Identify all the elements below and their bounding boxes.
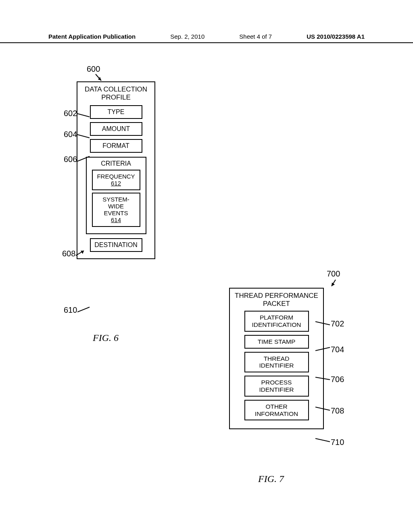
fig7-process-l1: PROCESS: [261, 379, 292, 386]
fig6-amount-label: AMOUNT: [102, 125, 130, 132]
svg-line-14: [315, 438, 330, 442]
fig6-destination-box: DESTINATION: [90, 238, 142, 252]
svg-line-4: [77, 156, 90, 161]
fig7-process-box: PROCESS IDENTIFIER: [244, 376, 309, 397]
fig6-format-label: FORMAT: [102, 142, 129, 149]
fig6-destination-label: DESTINATION: [94, 241, 137, 248]
fig6-frequency-label: FREQUENCY: [97, 173, 135, 180]
ref-702: 702: [331, 319, 344, 328]
fig6-caption: FIG. 6: [93, 332, 119, 343]
ref-704: 704: [331, 345, 344, 354]
ref-706: 706: [331, 375, 344, 384]
fig6-events-ref: 614: [111, 216, 121, 223]
ref-600: 600: [87, 64, 100, 74]
header-pub-number: US 2010/0223598 A1: [307, 33, 365, 40]
fig6-events-l3: EVENTS: [104, 210, 128, 216]
ref-606: 606: [64, 155, 77, 164]
fig6-events-box: SYSTEM- WIDE EVENTS 614: [92, 193, 140, 227]
fig6-amount-box: AMOUNT: [90, 122, 142, 136]
ref-608: 608: [62, 249, 75, 258]
fig7-platform-box: PLATFORM IDENTIFICATION: [244, 311, 309, 332]
ref-610: 610: [64, 305, 77, 315]
fig7-other-l2: INFORMATION: [255, 410, 298, 417]
lead-arrow-icon: [76, 249, 86, 257]
ref-710: 710: [331, 438, 344, 447]
lead-line-icon: [315, 346, 331, 352]
lead-line-icon: [315, 437, 331, 443]
lead-line-icon: [77, 156, 91, 162]
fig7-title: THREAD PERFORMANCE PACKET: [235, 292, 318, 308]
ref-708: 708: [331, 406, 344, 416]
lead-line-icon: [77, 133, 91, 139]
fig7-caption: FIG. 7: [258, 474, 284, 484]
lead-line-icon: [77, 112, 91, 118]
fig6-type-label: TYPE: [108, 108, 125, 115]
header-date: Sep. 2, 2010: [170, 33, 204, 40]
fig7-platform-l1: PLATFORM: [260, 314, 293, 321]
fig7-platform-l2: IDENTIFICATION: [252, 321, 301, 328]
ref-602: 602: [64, 109, 77, 118]
lead-line-icon: [315, 405, 331, 412]
fig7-timestamp-box: TIME STAMP: [244, 335, 309, 349]
svg-line-3: [77, 135, 90, 138]
fig7-thread-l2: IDENTIFIER: [259, 362, 294, 369]
fig7-title-line1: THREAD PERFORMANCE: [235, 292, 318, 299]
fig7-process-l2: IDENTIFIER: [259, 386, 294, 393]
svg-line-2: [77, 114, 90, 117]
lead-line-icon: [315, 376, 331, 382]
fig6-frequency-box: FREQUENCY 612: [92, 170, 140, 190]
ref-700: 700: [327, 269, 340, 278]
header-publication: Patent Application Publication: [48, 33, 136, 40]
fig6-frequency-ref: 612: [111, 180, 121, 187]
fig7-thread-box: THREAD IDENTIFIER: [244, 352, 309, 373]
fig6-events-l1: SYSTEM-: [102, 196, 129, 203]
ref-604: 604: [64, 130, 77, 139]
fig6-title-line2: PROFILE: [101, 94, 131, 101]
fig6-criteria-title: CRITERIA: [89, 160, 143, 167]
fig6-type-box: TYPE: [90, 105, 142, 119]
fig6-title: DATA COLLECTION PROFILE: [81, 85, 150, 101]
page-header: Patent Application Publication Sep. 2, 2…: [0, 33, 413, 43]
svg-line-13: [315, 407, 330, 410]
fig7-thread-performance-packet: THREAD PERFORMANCE PACKET PLATFORM IDENT…: [229, 288, 324, 429]
arrow-icon: [330, 279, 340, 289]
fig7-thread-l1: THREAD: [264, 355, 290, 362]
fig6-title-line1: DATA COLLECTION: [85, 85, 147, 93]
svg-line-10: [315, 322, 330, 325]
lead-line-icon: [315, 320, 331, 326]
fig6-data-collection-profile: DATA COLLECTION PROFILE TYPE AMOUNT FORM…: [77, 81, 155, 259]
fig7-other-l1: OTHER: [265, 403, 287, 410]
fig7-other-box: OTHER INFORMATION: [244, 400, 309, 421]
fig7-title-line2: PACKET: [263, 300, 290, 308]
fig6-events-l2: WIDE: [108, 203, 124, 210]
header-sheet: Sheet 4 of 7: [239, 33, 272, 40]
svg-line-7: [77, 307, 90, 312]
svg-line-12: [315, 377, 330, 380]
fig6-format-box: FORMAT: [90, 139, 142, 153]
fig7-timestamp-label: TIME STAMP: [258, 338, 296, 345]
fig6-criteria-box: CRITERIA FREQUENCY 612 SYSTEM- WIDE EVEN…: [86, 157, 146, 234]
lead-line-icon: [77, 306, 91, 313]
svg-line-11: [315, 347, 330, 351]
